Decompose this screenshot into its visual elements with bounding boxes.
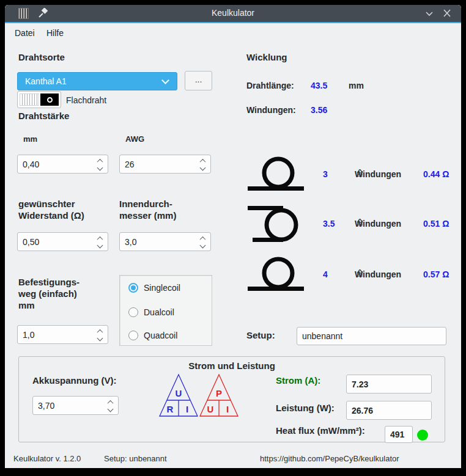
flat-wire-label: Flachdraht bbox=[66, 95, 106, 105]
status-setup: Setup: unbenannt bbox=[104, 454, 167, 463]
coil-option-row: 3 Windungen 0.44 Ω bbox=[248, 156, 451, 191]
window-title: Keulkulator bbox=[5, 8, 461, 18]
voltage-label: Akkuspannung (V): bbox=[32, 375, 117, 386]
wire-mm-spinbox[interactable]: 0,40 bbox=[17, 155, 108, 174]
coil-type-group: Singlecoil Dualcoil Quadcoil bbox=[119, 275, 212, 346]
radio-icon bbox=[128, 307, 138, 317]
corresponds-icon bbox=[357, 169, 363, 177]
heatflux-input[interactable] bbox=[385, 430, 412, 439]
coil-whole-turns-icon bbox=[248, 156, 304, 191]
target-resistance-spinbox[interactable]: 0,50 bbox=[17, 232, 108, 251]
wire-length-value: 43.5 bbox=[311, 81, 327, 90]
heatflux-field-wrap bbox=[385, 426, 413, 443]
wire-length-label: Drahtlänge: bbox=[246, 81, 294, 90]
spin-buttons[interactable] bbox=[98, 236, 108, 247]
statusbar: Keulkulator v. 1.2.0 Setup: unbenannt ht… bbox=[5, 449, 461, 468]
setup-input[interactable] bbox=[297, 331, 446, 341]
heatflux-status-indicator bbox=[417, 430, 428, 441]
radio-dualcoil[interactable]: Dualcoil bbox=[128, 307, 174, 317]
target-resistance-value: 0,50 bbox=[18, 237, 39, 247]
radio-singlecoil[interactable]: Singlecoil bbox=[128, 283, 180, 293]
round-wire-icon bbox=[20, 93, 39, 106]
svg-text:I: I bbox=[186, 404, 188, 414]
app-window: Keulkulator Datei Hilfe Drahtsorte Kanth… bbox=[5, 5, 461, 468]
spin-buttons[interactable] bbox=[108, 400, 118, 411]
wire-more-button[interactable]: ... bbox=[185, 71, 212, 90]
spin-buttons[interactable] bbox=[201, 159, 210, 170]
minimize-button[interactable] bbox=[424, 9, 435, 18]
current-field-wrap bbox=[346, 375, 432, 394]
wire-type-dropdown[interactable]: Kanthal A1 bbox=[17, 72, 177, 90]
current-input[interactable] bbox=[347, 379, 431, 389]
chevron-down-icon bbox=[161, 76, 169, 84]
power-groupbox: Strom und Leistung Akkuspannung (V): 3,7… bbox=[18, 356, 445, 442]
titlebar: Keulkulator bbox=[5, 5, 461, 22]
target-resistance-label: gewünschter Widerstand (Ω) bbox=[18, 198, 84, 221]
coil-whole-turns-icon bbox=[248, 256, 304, 291]
radio-icon bbox=[128, 331, 138, 340]
radio-icon bbox=[128, 283, 138, 293]
wire-awg-spinbox[interactable]: 26 bbox=[119, 155, 211, 174]
spin-buttons[interactable] bbox=[201, 236, 210, 247]
coil-option-row: 3.5 Windungen 0.51 Ω bbox=[248, 204, 451, 244]
wire-mm-value: 0,40 bbox=[18, 159, 39, 169]
svg-text:R: R bbox=[167, 404, 174, 414]
wire-awg-value: 26 bbox=[120, 159, 135, 169]
status-url: https://github.com/PepeCyB/keulkulator bbox=[260, 454, 399, 463]
wire-length-unit: mm bbox=[349, 81, 364, 90]
section-drahtsorte: Drahtsorte bbox=[18, 51, 65, 63]
svg-text:P: P bbox=[216, 388, 222, 398]
heatflux-label: Heat flux (mW/mm²): bbox=[276, 425, 365, 436]
ohms-law-triangles-icon: URI PUI bbox=[158, 373, 239, 417]
section-wicklung: Wicklung bbox=[246, 51, 287, 63]
inner-diameter-label: Innendurch- messer (mm) bbox=[119, 198, 176, 221]
coil-half-turns-icon bbox=[248, 204, 304, 244]
turns-value: 3.56 bbox=[311, 105, 327, 115]
mounting-value: 1,0 bbox=[18, 330, 34, 340]
mm-label: mm bbox=[23, 134, 37, 144]
mounting-spinbox[interactable]: 1,0 bbox=[17, 325, 108, 344]
menu-hilfe[interactable]: Hilfe bbox=[44, 27, 66, 39]
close-button[interactable] bbox=[442, 9, 453, 18]
power-input[interactable] bbox=[347, 406, 431, 416]
menu-datei[interactable]: Datei bbox=[12, 27, 37, 39]
power-label: Leistung (W): bbox=[276, 403, 335, 413]
menubar: Datei Hilfe bbox=[5, 23, 461, 42]
status-version: Keulkulator v. 1.2.0 bbox=[13, 454, 81, 463]
mounting-label: Befestigungs- weg (einfach) mm bbox=[18, 276, 80, 311]
awg-label: AWG bbox=[125, 134, 144, 144]
svg-text:U: U bbox=[176, 388, 182, 398]
setup-label: Setup: bbox=[246, 329, 275, 341]
svg-text:I: I bbox=[226, 404, 229, 414]
inner-diameter-spinbox[interactable]: 3,0 bbox=[119, 232, 211, 251]
voltage-spinbox[interactable]: 3,70 bbox=[32, 396, 119, 415]
turns-label: Windungen: bbox=[246, 105, 296, 115]
power-section-title: Strom und Leistung bbox=[19, 361, 445, 371]
power-field-wrap bbox=[346, 401, 432, 420]
spin-buttons[interactable] bbox=[98, 329, 108, 340]
inner-diameter-value: 3,0 bbox=[120, 237, 136, 247]
section-drahtstaerke: Drahtstärke bbox=[18, 110, 69, 122]
voltage-value: 3,70 bbox=[33, 401, 54, 411]
svg-text:U: U bbox=[207, 404, 214, 414]
radio-quadcoil[interactable]: Quadcoil bbox=[128, 331, 177, 340]
setup-field-wrap bbox=[297, 327, 446, 345]
flat-wire-icon bbox=[40, 93, 59, 106]
coil-option-row: 4 Windungen 0.57 Ω bbox=[248, 256, 451, 291]
spin-buttons[interactable] bbox=[98, 159, 108, 170]
corresponds-icon bbox=[357, 219, 363, 226]
current-label: Strom (A): bbox=[276, 375, 320, 386]
corresponds-icon bbox=[357, 269, 363, 277]
wire-type-value: Kanthal A1 bbox=[18, 76, 163, 86]
flat-wire-toggle[interactable] bbox=[17, 91, 61, 108]
